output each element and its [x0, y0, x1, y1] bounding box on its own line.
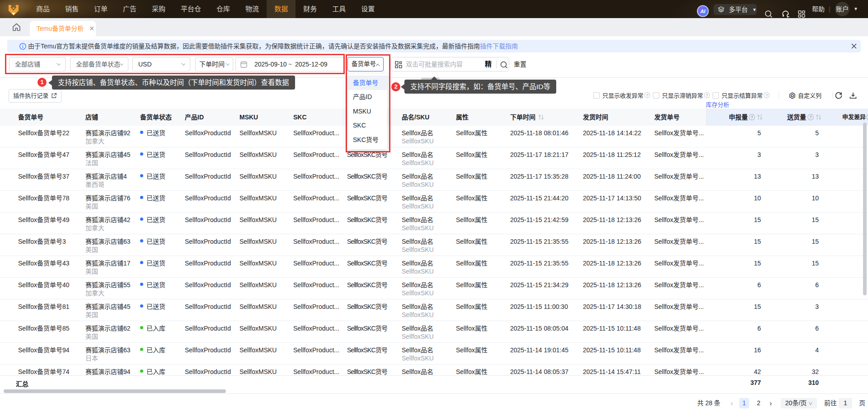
svg-text:?: ?: [809, 115, 812, 119]
svg-text:?: ?: [751, 115, 753, 119]
svg-text:AI: AI: [700, 9, 706, 14]
